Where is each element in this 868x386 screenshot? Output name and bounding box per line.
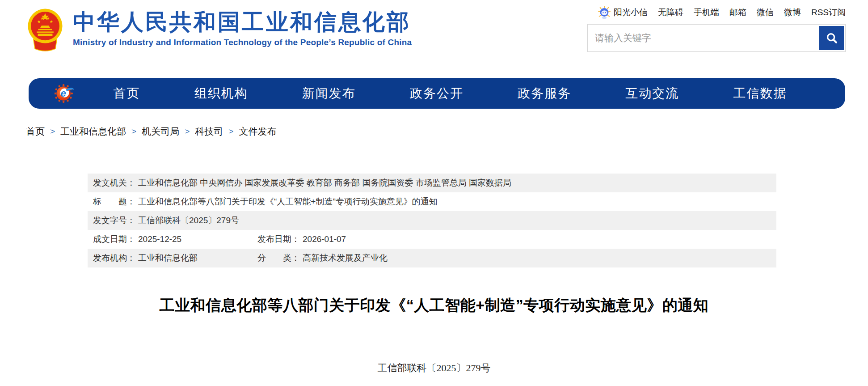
meta-value: 工信部联科〔2025〕279号 <box>138 215 239 226</box>
main-nav: e 首页组织机构新闻发布政务公开政务服务互动交流工信数据 <box>29 78 845 109</box>
site-subtitle: Ministry of Industry and Information Tec… <box>73 38 412 47</box>
search-button[interactable] <box>819 26 844 50</box>
nav-item-news[interactable]: 新闻发布 <box>302 85 356 102</box>
search-icon <box>825 31 839 45</box>
meta-row: 成文日期：2025-12-25发布日期：2026-01-07 <box>88 230 776 249</box>
mascot-robot-icon <box>597 5 611 20</box>
nav-item-interaction[interactable]: 互动交流 <box>625 85 679 102</box>
meta-label: 成文日期： <box>93 233 135 245</box>
site-branding: 中华人民共和国工业和信息化部 Ministry of Industry and … <box>73 11 412 47</box>
document-meta-table: 发文机关：工业和信息化部 中央网信办 国家发展改革委 教育部 商务部 国务院国资… <box>88 174 776 267</box>
meta-value: 2025-12-25 <box>138 234 181 244</box>
breadcrumb-item-science-tech-dept[interactable]: 科技司 <box>195 125 223 138</box>
quick-link-label: RSS订阅 <box>811 7 846 18</box>
nav-item-home[interactable]: 首页 <box>114 85 140 102</box>
breadcrumb-item-document-release[interactable]: 文件发布 <box>239 125 276 138</box>
meta-cell: 发文机关：工业和信息化部 中央网信办 国家发展改革委 教育部 商务部 国务院国资… <box>93 177 511 189</box>
meta-cell: 发布机构：工业和信息化部 <box>93 252 257 264</box>
meta-cell: 成文日期：2025-12-25 <box>93 233 257 245</box>
breadcrumb-item-home[interactable]: 首页 <box>26 125 45 138</box>
meta-row: 发文机关：工业和信息化部 中央网信办 国家发展改革委 教育部 商务部 国务院国资… <box>88 174 776 192</box>
quick-links: 阳光小信无障碍手机端邮箱微信微博RSS订阅 <box>587 4 846 21</box>
meta-label: 发布日期： <box>257 233 300 245</box>
nav-item-gov-service[interactable]: 政务服务 <box>518 85 571 102</box>
nav-item-miit-data[interactable]: 工信数据 <box>733 85 787 102</box>
quick-link-mail[interactable]: 邮箱 <box>729 7 746 18</box>
breadcrumb: 首页>工业和信息化部>机关司局>科技司>文件发布 <box>26 125 868 138</box>
quick-link-sunshine-xiaoxin[interactable]: 阳光小信 <box>597 5 648 20</box>
breadcrumb-item-miit[interactable]: 工业和信息化部 <box>60 125 126 138</box>
meta-label: 发布机构： <box>93 252 135 264</box>
quick-link-label: 邮箱 <box>729 7 746 18</box>
breadcrumb-separator: > <box>50 127 55 136</box>
quick-link-accessibility[interactable]: 无障碍 <box>658 7 683 18</box>
quick-link-rss[interactable]: RSS订阅 <box>811 7 846 18</box>
meta-value: 工业和信息化部 中央网信办 国家发展改革委 教育部 商务部 国务院国资委 市场监… <box>138 177 511 189</box>
breadcrumb-separator: > <box>228 127 233 136</box>
meta-cell: 发文字号：工信部联科〔2025〕279号 <box>93 215 239 226</box>
meta-value: 工业和信息化部等八部门关于印发《“人工智能+制造”专项行动实施意见》的通知 <box>138 196 438 208</box>
quick-link-label: 微信 <box>757 7 774 18</box>
breadcrumb-separator: > <box>131 127 136 136</box>
meta-cell: 发布日期：2026-01-07 <box>257 233 346 245</box>
quick-link-label: 无障碍 <box>658 7 683 18</box>
meta-row: 发布机构：工业和信息化部分 类：高新技术发展及产业化 <box>88 249 776 267</box>
search-bar <box>587 24 846 52</box>
meta-row: 标 题：工业和信息化部等八部门关于印发《“人工智能+制造”专项行动实施意见》的通… <box>88 192 776 211</box>
quick-link-weibo[interactable]: 微博 <box>784 7 801 18</box>
nav-items: 首页组织机构新闻发布政务公开政务服务互动交流工信数据 <box>86 85 814 102</box>
meta-cell: 分 类：高新技术发展及产业化 <box>257 252 388 264</box>
meta-cell: 标 题：工业和信息化部等八部门关于印发《“人工智能+制造”专项行动实施意见》的通… <box>93 196 438 208</box>
meta-row: 发文字号：工信部联科〔2025〕279号 <box>88 211 776 230</box>
document-number: 工信部联科〔2025〕279号 <box>0 361 868 375</box>
meta-label: 标 题： <box>93 196 135 208</box>
meta-value: 2026-01-07 <box>303 234 346 244</box>
quick-link-label: 微博 <box>784 7 801 18</box>
breadcrumb-separator: > <box>185 127 190 136</box>
meta-label: 分 类： <box>257 252 300 264</box>
quick-link-label: 阳光小信 <box>614 7 648 18</box>
quick-link-mobile[interactable]: 手机端 <box>694 7 719 18</box>
quick-link-label: 手机端 <box>694 7 719 18</box>
header-right: 阳光小信无障碍手机端邮箱微信微博RSS订阅 <box>587 4 846 52</box>
miit-logo-icon: e <box>55 83 75 104</box>
nav-item-gov-open[interactable]: 政务公开 <box>410 85 463 102</box>
svg-text:e: e <box>60 88 66 99</box>
article-title: 工业和信息化部等八部门关于印发《“人工智能+制造”专项行动实施意见》的通知 <box>18 295 850 316</box>
site-title: 中华人民共和国工业和信息化部 <box>73 11 412 33</box>
meta-value: 工业和信息化部 <box>138 252 198 264</box>
search-input[interactable] <box>588 25 819 51</box>
meta-value: 高新技术发展及产业化 <box>303 252 388 264</box>
site-header: 中华人民共和国工业和信息化部 Ministry of Industry and … <box>0 0 868 60</box>
meta-label: 发文字号： <box>93 215 135 226</box>
meta-label: 发文机关： <box>93 177 135 189</box>
breadcrumb-item-departments[interactable]: 机关司局 <box>142 125 179 138</box>
nav-item-organization[interactable]: 组织机构 <box>194 85 248 102</box>
quick-link-wechat[interactable]: 微信 <box>757 7 774 18</box>
china-national-emblem-icon <box>27 6 63 55</box>
